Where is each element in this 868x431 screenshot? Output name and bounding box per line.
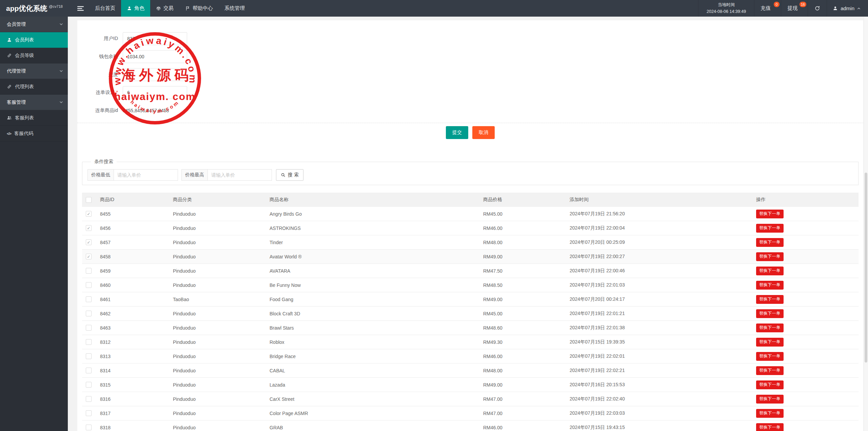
row-checkbox[interactable] [86,396,92,402]
main-content: 用户ID钱包余额进度连单设置*连单商品id8455,8456,8457,8458… [68,17,868,431]
row-checkbox[interactable] [86,339,92,345]
topbar-menu: 后台首页角色交易帮助中心系统管理 [89,0,251,17]
cell-actions: 替换下一单 [756,224,859,233]
page: app优化系统 @cv718 后台首页角色交易帮助中心系统管理 当地时间 202… [0,0,868,431]
topbar-menu-item[interactable]: 交易 [150,0,179,17]
sidebar-group[interactable]: 会员管理 [0,17,68,32]
cell-price: RM47.00 [483,396,570,402]
replace-next-order-button[interactable]: 替换下一单 [756,295,784,304]
col-price: 商品价格 [483,197,570,203]
replace-next-order-button[interactable]: 替换下一单 [756,409,784,418]
topbar-menu-item[interactable]: 角色 [121,0,150,17]
refresh-icon[interactable] [808,0,827,17]
topbar-menu-item[interactable]: 帮助中心 [179,0,219,17]
edit-form: 用户ID钱包余额进度连单设置*连单商品id8455,8456,8457,8458 [77,32,863,117]
cell-product-id: 8458 [100,254,173,259]
recharge-button[interactable]: 充值 0 [754,0,781,17]
search-button[interactable]: 搜 索 [276,169,303,181]
chevron-down-icon [59,100,63,104]
cell-added: 2024年07月19日 22:02:01 [570,353,756,359]
topbar-menu-item[interactable]: 后台首页 [89,0,121,17]
replace-next-order-button[interactable]: 替换下一单 [756,352,784,361]
sidebar-item[interactable]: </>客服代码 [0,126,68,141]
user-icon [127,6,132,11]
field-label: 连单商品id [77,107,118,114]
scrollbar[interactable] [864,17,868,431]
row-checkbox[interactable]: ✓ [86,225,92,231]
submit-button[interactable]: 提交 [446,126,468,139]
row-checkbox[interactable] [86,296,92,302]
row-checkbox[interactable] [86,368,92,373]
field-input-3[interactable] [123,86,187,99]
form-row: 用户ID [77,32,863,45]
hamburger-icon[interactable] [72,0,89,17]
cell-product-id: 8318 [100,425,173,430]
replace-next-order-button[interactable]: 替换下一单 [756,238,784,247]
replace-next-order-button[interactable]: 替换下一单 [756,267,784,275]
row-checkbox[interactable]: ✓ [86,211,92,217]
row-checkbox[interactable] [86,311,92,316]
topbar-menu-item[interactable]: 系统管理 [219,0,251,17]
cell-added: 2024年07月19日 21:56:20 [570,211,756,217]
scales-icon [156,6,161,11]
sidebar-item-label: 代理列表 [15,84,34,90]
cell-product-id: 8463 [100,325,173,331]
row-checkbox[interactable] [86,382,92,388]
cell-category: Pinduoduo [173,411,270,416]
replace-next-order-button[interactable]: 替换下一单 [756,210,784,218]
replace-next-order-button[interactable]: 替换下一单 [756,309,784,318]
sidebar-item[interactable]: 会员列表 [0,32,68,48]
replace-next-order-button[interactable]: 替换下一单 [756,338,784,347]
cell-actions: 替换下一单 [756,309,859,318]
code-icon: </> [7,132,11,136]
sidebar-item[interactable]: 代理列表 [0,79,68,95]
withdraw-button[interactable]: 提现 16 [781,0,808,17]
replace-next-order-button[interactable]: 替换下一单 [756,281,784,290]
scrollbar-thumb[interactable] [865,173,867,363]
field-input-2[interactable] [123,68,187,81]
cell-name: Brawl Stars [270,325,483,331]
row-checkbox[interactable] [86,353,92,359]
cell-added: 2024年07月19日 22:00:27 [570,254,756,260]
chevron-down-icon [59,69,63,73]
cell-added: 2024年07月19日 22:02:21 [570,368,756,374]
price-max-group: 价格最高 [181,169,272,181]
cell-added: 2024年07月15日 19:43:15 [570,425,756,431]
price-min-input[interactable] [114,169,178,181]
select-all-checkbox[interactable] [86,197,92,203]
row-checkbox[interactable] [86,425,92,430]
field-input-0[interactable] [123,32,187,45]
sidebar-group[interactable]: 客服管理 [0,95,68,110]
replace-next-order-button[interactable]: 替换下一单 [756,380,784,389]
sidebar-item[interactable]: 会员等级 [0,48,68,63]
sidebar-item[interactable]: 客服列表 [0,110,68,126]
replace-next-order-button[interactable]: 替换下一单 [756,423,784,431]
form-row: 钱包余额 [77,50,863,63]
replace-next-order-button[interactable]: 替换下一单 [756,324,784,332]
field-input-1[interactable] [123,50,187,63]
col-category: 商品分类 [173,197,270,203]
topbar-spacer [251,0,698,17]
price-max-input[interactable] [208,169,272,181]
replace-next-order-button[interactable]: 替换下一单 [756,395,784,404]
replace-next-order-button[interactable]: 替换下一单 [756,366,784,375]
row-checkbox[interactable]: ✓ [86,254,92,259]
cell-price: RM49.00 [483,382,570,388]
row-checkbox[interactable] [86,410,92,416]
cell-price: RM49.00 [483,254,570,259]
sidebar: 会员管理会员列表会员等级代理管理代理列表客服管理客服列表</>客服代码 [0,17,68,431]
cancel-button[interactable]: 取消 [472,126,495,139]
row-checkbox[interactable] [86,325,92,331]
local-time: 当地时间 2024-08-06 14:39:49 [698,0,754,17]
cell-added: 2024年07月20日 00:24:17 [570,296,756,302]
sidebar-item-label: 客服列表 [15,115,34,121]
user-menu[interactable]: admin [827,0,868,17]
replace-next-order-button[interactable]: 替换下一单 [756,252,784,261]
sidebar-group[interactable]: 代理管理 [0,63,68,79]
replace-next-order-button[interactable]: 替换下一单 [756,224,784,233]
row-checkbox[interactable] [86,282,92,288]
row-checkbox[interactable] [86,268,92,274]
price-max-label: 价格最高 [181,169,208,181]
row-checkbox[interactable]: ✓ [86,239,92,245]
cell-name: Food Gang [270,297,483,302]
